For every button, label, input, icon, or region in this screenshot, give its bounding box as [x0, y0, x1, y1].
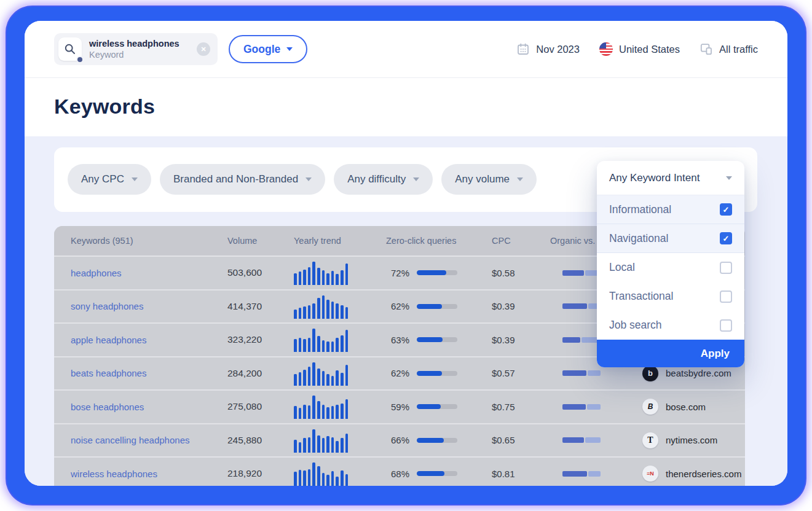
filter-pill-any-volume[interactable]: Any volume	[441, 164, 537, 195]
zero-click-value: 59%	[386, 402, 409, 412]
domain-name: bose.com	[666, 402, 706, 412]
trend-bar	[331, 437, 334, 453]
keyword-search-chip[interactable]: wireless headphones Keyword ✕	[54, 33, 218, 65]
filter-pill-any-difficulty[interactable]: Any difficulty	[334, 164, 433, 195]
search-keyword-type-label: Keyword	[89, 49, 179, 60]
volume-cell: 245,880	[227, 435, 294, 446]
trend-chart	[294, 361, 350, 386]
zero-click-bar-fill	[417, 404, 441, 409]
trend-bar	[317, 369, 320, 385]
filter-pill-branded-and-non-branded[interactable]: Branded and Non-Branded	[160, 164, 325, 195]
trend-bar	[336, 274, 339, 285]
keyword-marker-dot	[76, 56, 84, 63]
trend-bar	[303, 405, 306, 419]
trend-cell	[294, 461, 386, 486]
trend-chart	[294, 461, 350, 486]
keyword-link[interactable]: bose headphones	[54, 402, 144, 412]
zero-click-bar	[417, 438, 457, 443]
cpc-cell: $0.57	[487, 368, 540, 378]
trend-bar	[345, 330, 349, 352]
table-row: noise cancelling headphones245,88066%$0.…	[54, 423, 745, 457]
domain-favicon: ≡N	[642, 466, 658, 482]
search-engine-selector[interactable]: Google	[229, 35, 307, 63]
filter-pill-any-cpc[interactable]: Any CPC	[68, 164, 151, 195]
trend-bar	[341, 270, 344, 285]
trend-bar	[317, 401, 320, 419]
keyword-intent-dropdown: Any Keyword Intent Informational✓Navigat…	[597, 161, 744, 367]
organic-paid-bar	[562, 437, 601, 443]
volume-cell: 503,600	[227, 267, 294, 278]
intent-option-transactional[interactable]: Transactional	[597, 282, 744, 311]
intent-option-local[interactable]: Local	[597, 253, 744, 282]
trend-bar	[303, 339, 306, 352]
trend-bar	[336, 441, 339, 453]
date-selector[interactable]: Nov 2023	[516, 42, 580, 56]
paid-segment	[588, 370, 601, 376]
checkbox-unchecked[interactable]	[720, 262, 732, 274]
cpc-value: $0.81	[487, 469, 515, 479]
checkbox-checked[interactable]: ✓	[720, 203, 732, 216]
column-header-volume: Volume	[227, 236, 294, 246]
cpc-value: $0.57	[487, 368, 515, 378]
keyword-link[interactable]: headphones	[54, 268, 122, 278]
organic-segment	[562, 303, 587, 309]
zero-click-value: 62%	[386, 368, 409, 378]
keyword-link[interactable]: noise cancelling headphones	[54, 435, 189, 445]
search-chip-text: wireless headphones Keyword	[89, 38, 179, 60]
trend-bar	[341, 373, 344, 386]
keyword-cell: apple headphones	[54, 335, 227, 345]
zero-click-bar-fill	[417, 371, 442, 376]
zero-click-cell: 59%	[386, 402, 487, 412]
country-selector[interactable]: United States	[599, 42, 680, 56]
checkbox-checked[interactable]: ✓	[720, 232, 732, 244]
keyword-link[interactable]: sony headphones	[54, 301, 143, 311]
trend-bar	[299, 338, 302, 352]
trend-bar	[294, 273, 297, 286]
chevron-down-icon	[286, 47, 293, 51]
keyword-link[interactable]: beats headphones	[54, 368, 146, 378]
trend-bar	[317, 268, 320, 285]
zero-click-cell: 62%	[386, 301, 487, 311]
chevron-down-icon	[132, 177, 138, 181]
intent-option-informational[interactable]: Informational✓	[597, 195, 744, 224]
cpc-value: $0.39	[487, 301, 515, 311]
trend-bar	[331, 471, 334, 486]
trend-bar	[322, 405, 325, 419]
zero-click-bar	[417, 404, 457, 409]
apply-button[interactable]: Apply	[597, 340, 744, 367]
volume-cell: 275,080	[227, 401, 294, 412]
keyword-link[interactable]: apple headphones	[54, 335, 146, 345]
domain-favicon: T	[642, 432, 658, 448]
volume-cell: 284,200	[227, 368, 294, 379]
trend-bar	[308, 267, 311, 286]
column-header-cpc: CPC	[487, 236, 540, 246]
trend-bar	[312, 329, 315, 352]
organic-segment	[562, 370, 586, 376]
keyword-cell: wireless headphones	[54, 469, 227, 479]
keyword-link[interactable]: wireless headphones	[54, 469, 157, 479]
chevron-down-icon	[413, 177, 419, 181]
volume-value: 414,370	[227, 301, 262, 312]
trend-bar	[312, 303, 315, 319]
trend-bar	[317, 435, 320, 453]
trend-cell	[294, 327, 386, 352]
zero-click-bar-fill	[417, 438, 444, 443]
checkbox-unchecked[interactable]	[720, 319, 732, 332]
trend-bar	[326, 374, 329, 386]
topbar-right-group: Nov 2023 United States All traffic	[516, 42, 758, 56]
filter-pill-label: Any difficulty	[347, 173, 406, 185]
trend-bar	[308, 437, 311, 453]
trend-bar	[331, 341, 334, 352]
us-flag-icon	[599, 42, 613, 56]
clear-keyword-button[interactable]: ✕	[197, 42, 210, 56]
intent-option-navigational[interactable]: Navigational✓	[597, 224, 744, 253]
keyword-intent-trigger[interactable]: Any Keyword Intent	[597, 161, 744, 195]
trend-bar	[303, 438, 306, 453]
content-area: Any CPCBranded and Non-BrandedAny diffic…	[25, 136, 787, 486]
organic-paid-cell	[540, 471, 629, 477]
traffic-selector[interactable]: All traffic	[700, 42, 758, 56]
trend-bar	[345, 399, 349, 419]
checkbox-unchecked[interactable]	[720, 291, 732, 303]
intent-option-job-search[interactable]: Job search	[597, 311, 744, 340]
trend-bar	[326, 341, 329, 352]
